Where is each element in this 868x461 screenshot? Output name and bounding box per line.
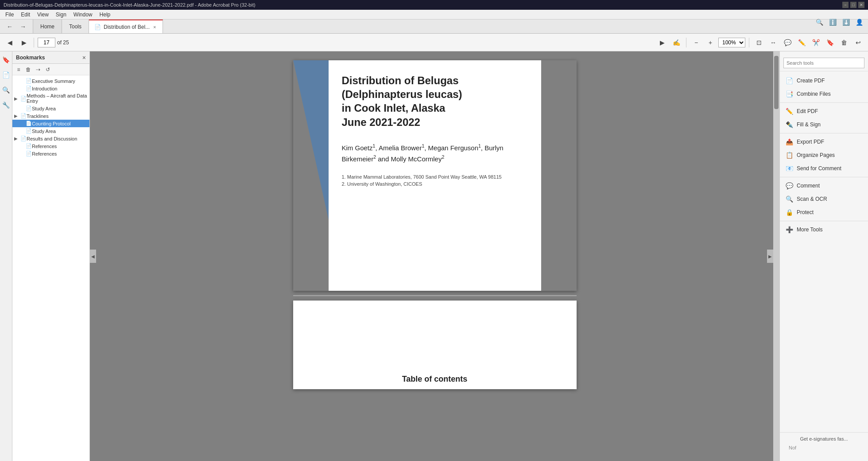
hand-tool-button[interactable]: ✍ [670, 36, 682, 49]
panel-delete-button[interactable]: 🗑 [24, 65, 33, 74]
bookmark-label: References [32, 151, 88, 156]
zoom-select[interactable]: 100% 75% 125% 150% [718, 38, 745, 47]
back-button[interactable]: ← [4, 20, 16, 33]
search-rail-icon[interactable]: 🔍 [1, 85, 11, 95]
edit-pdf-label: Edit PDF [797, 108, 818, 114]
pdf-scrollbar[interactable] [773, 51, 779, 461]
tool-scan-ocr[interactable]: 🔍 Scan & OCR [780, 192, 868, 206]
bookmark-references[interactable]: 📄 References [12, 142, 89, 150]
title-bar-text: Distribution-of-Belugas-Delphinapterus-l… [4, 2, 842, 8]
tool-combine-files[interactable]: 📑 Combine Files [780, 87, 868, 101]
bookmark-methods[interactable]: ▶ 📄 Methods – Aircraft and Data Entry [12, 92, 89, 105]
tool-divider-4 [780, 221, 868, 221]
bookmark-results[interactable]: ▶ 📄 Results and Discussion [12, 135, 89, 142]
tab-doc-label: Distribution of Bel... [104, 24, 150, 30]
icon-rail: 🔖 📄 🔍 🔧 [0, 51, 12, 461]
menu-view[interactable]: View [34, 11, 52, 19]
tab-tools[interactable]: Tools [62, 20, 89, 33]
panel-header: Bookmarks × [12, 51, 89, 64]
bookmark-references2[interactable]: 📄 References [12, 150, 89, 157]
bookmarks-rail-icon[interactable]: 🔖 [1, 55, 11, 65]
bookmark-exec-summary[interactable]: 📄 Executive Summary [12, 77, 89, 85]
edit-pdf-icon: ✏️ [785, 107, 793, 115]
tab-close-button[interactable]: × [152, 24, 157, 30]
tool-divider-2 [780, 133, 868, 133]
tool-edit-pdf[interactable]: ✏️ Edit PDF [780, 105, 868, 118]
bookmark-study-area[interactable]: 📄 Study Area [12, 105, 89, 112]
scrollbar-thumb[interactable] [774, 56, 779, 109]
bookmark-study-area2[interactable]: 📄 Study Area [12, 127, 89, 135]
page-number-input[interactable] [38, 38, 55, 47]
panel-menu-button[interactable]: ≡ [14, 65, 23, 74]
maximize-button[interactable]: □ [850, 2, 856, 8]
tool-protect[interactable]: 🔒 Protect [780, 206, 868, 219]
pdf-scroll-area[interactable]: Distribution of Belugas (Delphinapterus … [90, 51, 779, 461]
export-pdf-icon: 📤 [785, 138, 793, 146]
delete-tool-button[interactable]: 🗑 [838, 36, 850, 49]
panel-refresh-button[interactable]: ↺ [43, 65, 52, 74]
tool-send-comment[interactable]: 📧 Send for Comment [780, 162, 868, 175]
top-user-icon[interactable]: 👤 [854, 17, 864, 27]
expand-right-button[interactable]: ▶ [767, 250, 773, 263]
expand-icon: ▶ [14, 113, 20, 118]
protect-label: Protect [797, 209, 814, 215]
bookmark-page-icon: 📄 [26, 86, 32, 91]
prev-page-button[interactable]: ◀ [4, 36, 16, 49]
top-info-icon[interactable]: ℹ️ [827, 17, 838, 27]
pdf-page-title: Distribution of Belugas (Delphinapterus … [293, 60, 577, 291]
zoom-out-button[interactable]: − [690, 36, 702, 49]
organize-pages-label: Organize Pages [797, 152, 835, 158]
menu-file[interactable]: File [2, 11, 17, 19]
redact-tool-button[interactable]: ✂️ [810, 36, 822, 49]
fit-width-button[interactable]: ↔ [767, 36, 779, 49]
tool-export-pdf[interactable]: 📤 Export PDF [780, 135, 868, 148]
top-download-icon[interactable]: ⬇️ [841, 17, 851, 27]
page-right-margin [541, 60, 577, 291]
tab-home[interactable]: Home [33, 20, 62, 33]
menu-window[interactable]: Window [70, 11, 96, 19]
minimize-button[interactable]: − [842, 2, 849, 8]
bookmark-page-icon: 📄 [26, 105, 32, 111]
tool-organize-pages[interactable]: 📋 Organize Pages [780, 148, 868, 162]
bookmark-tracklines[interactable]: ▶ 📄 Tracklines [12, 112, 89, 120]
bookmark-page-icon: 📄 [20, 113, 27, 119]
fit-page-button[interactable]: ⊡ [753, 36, 765, 49]
tool-create-pdf[interactable]: 📄 Create PDF [780, 74, 868, 87]
scroll-spacer [773, 51, 779, 56]
undo-tool-button[interactable]: ↩ [852, 36, 864, 49]
pdf-page-toc: Table of contents [293, 301, 577, 389]
close-button[interactable]: ✕ [858, 2, 864, 8]
tool-fill-sign[interactable]: ✒️ Fill & Sign [780, 118, 868, 131]
pages-rail-icon[interactable]: 📄 [1, 70, 11, 80]
menu-sign[interactable]: Sign [52, 11, 70, 19]
combine-files-label: Combine Files [797, 91, 831, 97]
search-tools-input[interactable] [783, 58, 864, 68]
panel-close-button[interactable]: × [82, 54, 86, 61]
toolbar-sep-3 [749, 38, 749, 47]
bookmark-label: Methods – Aircraft and Data Entry [27, 93, 88, 104]
tools-rail-icon[interactable]: 🔧 [1, 100, 11, 110]
markup-tool-button[interactable]: ✏️ [795, 36, 808, 49]
forward-button[interactable]: → [17, 20, 29, 33]
next-page-button[interactable]: ▶ [18, 36, 30, 49]
bookmark-page-icon: 📄 [26, 121, 32, 126]
bookmark-page-icon: 📄 [26, 128, 32, 134]
top-search-icon[interactable]: 🔍 [814, 17, 825, 27]
menu-bar: File Edit View Sign Window Help 🔍 ℹ️ ⬇️ … [0, 10, 868, 20]
comment-tool-button[interactable]: 💬 [781, 36, 794, 49]
tool-comment[interactable]: 💬 Comment [780, 179, 868, 192]
bookmark-counting[interactable]: 📄 Counting Protocol [12, 120, 89, 127]
panel-expand-button[interactable]: ⇢ [34, 65, 43, 74]
tab-doc[interactable]: 📄 Distribution of Bel... × [89, 20, 163, 33]
tool-more-tools[interactable]: ➕ More Tools [780, 223, 868, 236]
page-inner: Distribution of Belugas (Delphinapterus … [293, 60, 577, 291]
bookmark-introduction[interactable]: 📄 Introduction [12, 85, 89, 92]
cursor-tool-button[interactable]: ▶ [656, 36, 668, 49]
bookmark-label: Results and Discussion [27, 136, 88, 141]
zoom-in-button[interactable]: + [704, 36, 717, 49]
collapse-left-button[interactable]: ◀ [90, 250, 96, 263]
menu-help[interactable]: Help [96, 11, 114, 19]
stamp-tool-button[interactable]: 🔖 [824, 36, 836, 49]
menu-edit[interactable]: Edit [17, 11, 34, 19]
tool-section: 📄 Create PDF 📑 Combine Files ✏️ Edit PDF… [780, 71, 868, 239]
